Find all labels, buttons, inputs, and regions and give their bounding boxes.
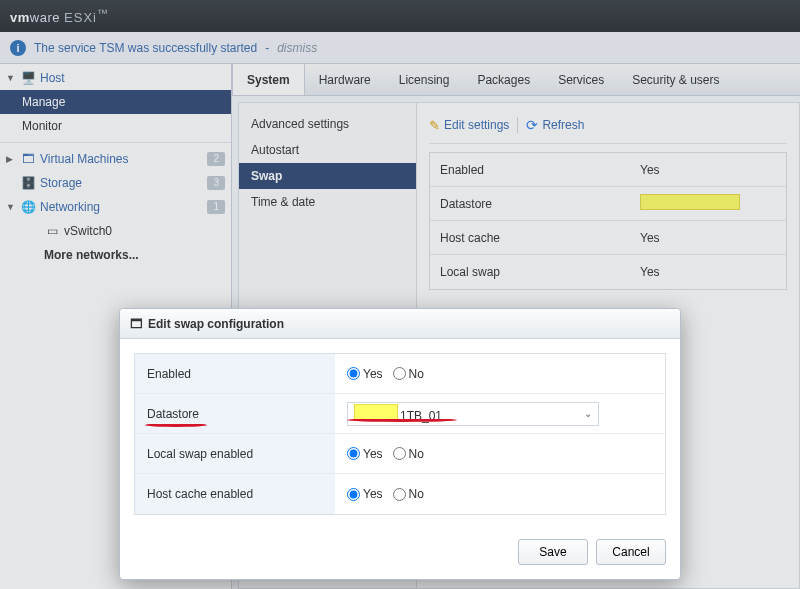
hostcache-no-radio[interactable]: No bbox=[393, 487, 424, 501]
chevron-down-icon: ⌄ bbox=[584, 408, 592, 419]
field-datastore-label: Datastore bbox=[135, 394, 335, 433]
swap-icon: 🗔 bbox=[130, 317, 142, 331]
modal-overlay: 🗔 Edit swap configuration Enabled Yes No… bbox=[0, 0, 800, 589]
field-hostcache-label: Host cache enabled bbox=[135, 474, 335, 514]
enabled-no-radio[interactable]: No bbox=[393, 367, 424, 381]
localswap-yes-radio[interactable]: Yes bbox=[347, 447, 383, 461]
field-enabled-label: Enabled bbox=[135, 354, 335, 393]
cancel-button[interactable]: Cancel bbox=[596, 539, 666, 565]
datastore-select[interactable]: 1TB_01 ⌄ bbox=[347, 402, 599, 426]
field-localswap-label: Local swap enabled bbox=[135, 434, 335, 473]
save-button[interactable]: Save bbox=[518, 539, 588, 565]
annotation-underline bbox=[347, 418, 457, 422]
annotation-underline bbox=[145, 423, 207, 427]
localswap-no-radio[interactable]: No bbox=[393, 447, 424, 461]
swap-form: Enabled Yes No Datastore 1TB_01 ⌄ bbox=[134, 353, 666, 515]
hostcache-yes-radio[interactable]: Yes bbox=[347, 487, 383, 501]
dialog-titlebar[interactable]: 🗔 Edit swap configuration bbox=[120, 309, 680, 339]
edit-swap-dialog: 🗔 Edit swap configuration Enabled Yes No… bbox=[119, 308, 681, 580]
enabled-yes-radio[interactable]: Yes bbox=[347, 367, 383, 381]
